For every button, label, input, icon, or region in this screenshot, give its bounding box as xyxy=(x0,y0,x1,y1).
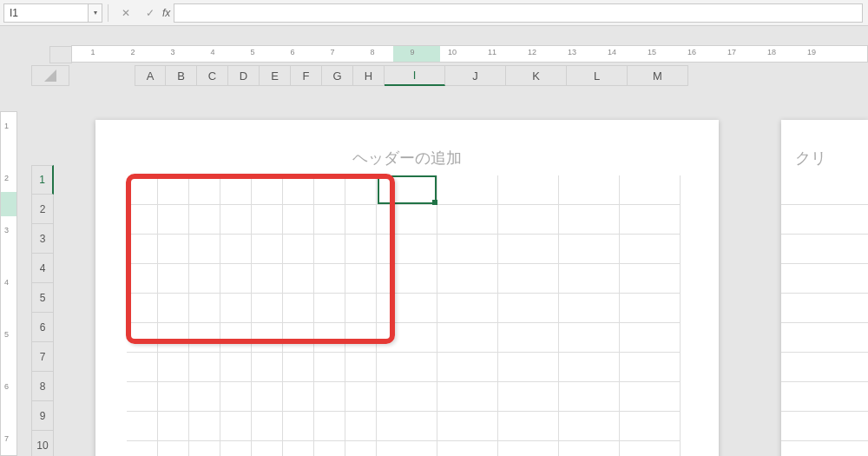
row-header-1[interactable]: 1 xyxy=(31,165,54,195)
cell[interactable] xyxy=(158,264,189,294)
cell[interactable] xyxy=(158,441,189,456)
cell[interactable] xyxy=(437,294,498,323)
cell[interactable] xyxy=(559,323,620,353)
cell[interactable] xyxy=(252,175,283,205)
name-box[interactable]: I1 xyxy=(3,3,89,23)
cell[interactable] xyxy=(158,412,189,441)
cell[interactable] xyxy=(314,175,345,205)
cell[interactable] xyxy=(158,175,189,205)
column-header-g[interactable]: G xyxy=(322,65,353,86)
column-header-b[interactable]: B xyxy=(166,65,197,86)
cell[interactable] xyxy=(158,353,189,382)
cell[interactable] xyxy=(559,264,620,294)
cell[interactable] xyxy=(498,441,559,456)
side-row[interactable] xyxy=(781,264,868,294)
side-row[interactable] xyxy=(781,175,868,205)
cell[interactable] xyxy=(498,323,559,353)
row-header-2[interactable]: 2 xyxy=(31,195,54,224)
header-placeholder[interactable]: ヘッダーの追加 xyxy=(95,148,719,169)
vertical-ruler[interactable]: 1234567 xyxy=(0,111,17,456)
cell[interactable] xyxy=(498,205,559,235)
cell[interactable] xyxy=(437,175,498,205)
cell[interactable] xyxy=(620,294,681,323)
cell[interactable] xyxy=(620,205,681,235)
cell[interactable] xyxy=(437,205,498,235)
cell[interactable] xyxy=(252,412,283,441)
cell[interactable] xyxy=(314,205,345,235)
side-grid[interactable] xyxy=(781,175,868,456)
cell[interactable] xyxy=(377,205,437,235)
cell[interactable] xyxy=(127,235,158,264)
cell[interactable] xyxy=(252,294,283,323)
cell[interactable] xyxy=(127,264,158,294)
column-header-d[interactable]: D xyxy=(228,65,260,86)
column-header-e[interactable]: E xyxy=(260,65,291,86)
cell[interactable] xyxy=(220,353,252,382)
cell[interactable] xyxy=(189,264,220,294)
cell[interactable] xyxy=(437,382,498,412)
cell[interactable] xyxy=(127,294,158,323)
cell[interactable] xyxy=(559,382,620,412)
cell[interactable] xyxy=(220,382,252,412)
cell[interactable] xyxy=(559,175,620,205)
row-header-4[interactable]: 4 xyxy=(31,254,54,283)
cell[interactable] xyxy=(345,175,377,205)
cell[interactable] xyxy=(620,412,681,441)
cell[interactable] xyxy=(345,353,377,382)
cell[interactable] xyxy=(252,205,283,235)
column-header-a[interactable]: A xyxy=(135,65,166,86)
cell[interactable] xyxy=(314,382,345,412)
cell[interactable] xyxy=(220,235,252,264)
cell[interactable] xyxy=(252,323,283,353)
cell[interactable] xyxy=(283,412,314,441)
cell[interactable] xyxy=(345,382,377,412)
cell[interactable] xyxy=(620,175,681,205)
cell[interactable] xyxy=(437,323,498,353)
cell[interactable] xyxy=(314,441,345,456)
horizontal-ruler[interactable]: 12345678910111213141516171819 xyxy=(71,45,868,63)
column-header-l[interactable]: L xyxy=(567,65,628,86)
cell[interactable] xyxy=(498,235,559,264)
side-row[interactable] xyxy=(781,382,868,412)
row-header-9[interactable]: 9 xyxy=(31,401,54,431)
cell[interactable] xyxy=(127,441,158,456)
cell[interactable] xyxy=(189,175,220,205)
cell[interactable] xyxy=(158,205,189,235)
cell[interactable] xyxy=(189,353,220,382)
cell[interactable] xyxy=(559,294,620,323)
cell[interactable] xyxy=(345,294,377,323)
row-header-5[interactable]: 5 xyxy=(31,283,54,313)
row-header-10[interactable]: 10 xyxy=(31,431,54,456)
cell[interactable] xyxy=(620,382,681,412)
cell[interactable] xyxy=(437,235,498,264)
cell[interactable] xyxy=(559,353,620,382)
cell[interactable] xyxy=(498,412,559,441)
cell[interactable] xyxy=(345,412,377,441)
cell[interactable] xyxy=(620,264,681,294)
side-row[interactable] xyxy=(781,323,868,353)
column-header-c[interactable]: C xyxy=(197,65,228,86)
cell[interactable] xyxy=(158,235,189,264)
cell[interactable] xyxy=(127,412,158,441)
cell[interactable] xyxy=(189,323,220,353)
cell[interactable] xyxy=(377,353,437,382)
cell[interactable] xyxy=(283,175,314,205)
cell[interactable] xyxy=(220,323,252,353)
cell[interactable] xyxy=(559,205,620,235)
row-header-8[interactable]: 8 xyxy=(31,372,54,401)
cell[interactable] xyxy=(158,323,189,353)
cell[interactable] xyxy=(314,323,345,353)
cell[interactable] xyxy=(314,264,345,294)
name-box-dropdown[interactable]: ▾ xyxy=(89,3,102,23)
cell[interactable] xyxy=(345,264,377,294)
cell[interactable] xyxy=(498,353,559,382)
cell[interactable] xyxy=(314,353,345,382)
cell[interactable] xyxy=(283,323,314,353)
column-header-k[interactable]: K xyxy=(506,65,567,86)
worksheet-page[interactable]: ヘッダーの追加 xyxy=(95,120,719,456)
cell[interactable] xyxy=(437,441,498,456)
side-row[interactable] xyxy=(781,412,868,441)
column-header-h[interactable]: H xyxy=(353,65,385,86)
cell[interactable] xyxy=(189,235,220,264)
cell[interactable] xyxy=(189,412,220,441)
